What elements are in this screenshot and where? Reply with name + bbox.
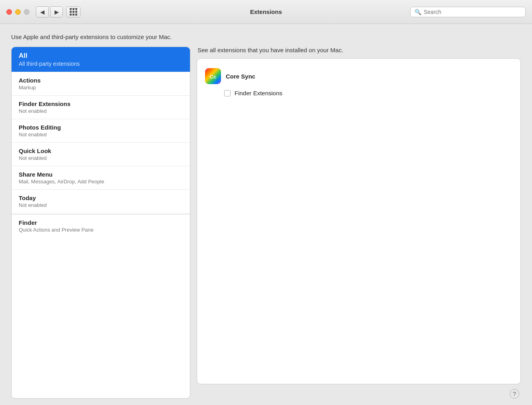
sidebar-item-photos-editing[interactable]: Photos Editing Not enabled bbox=[12, 119, 190, 143]
sidebar-item-quick-look-title: Quick Look bbox=[19, 147, 183, 154]
sidebar-item-actions-subtitle: Markup bbox=[19, 85, 183, 90]
extension-group-header: Cc Core Sync bbox=[203, 65, 514, 87]
search-bar[interactable]: 🔍 bbox=[410, 7, 526, 17]
grid-view-button[interactable] bbox=[66, 6, 80, 18]
page-description: Use Apple and third-party extensions to … bbox=[11, 33, 521, 40]
sidebar-item-finder-title: Finder bbox=[19, 219, 183, 226]
forward-icon: ▶ bbox=[55, 9, 59, 15]
core-sync-app-name: Core Sync bbox=[226, 73, 255, 80]
help-row: ? bbox=[197, 389, 521, 399]
finder-extensions-checkbox[interactable] bbox=[224, 90, 231, 96]
extension-group-core-sync: Cc Core Sync Finder Extensions bbox=[203, 65, 514, 99]
search-icon: 🔍 bbox=[415, 9, 421, 15]
sidebar-item-photos-editing-title: Photos Editing bbox=[19, 124, 183, 131]
sidebar-item-today-title: Today bbox=[19, 195, 183, 201]
svg-text:Cc: Cc bbox=[210, 74, 217, 80]
sidebar-item-all[interactable]: All All third-party extensions bbox=[12, 47, 190, 72]
sidebar-item-all-subtitle: All third-party extensions bbox=[19, 61, 183, 67]
sidebar-item-quick-look-subtitle: Not enabled bbox=[19, 155, 183, 161]
maximize-button[interactable] bbox=[24, 9, 29, 15]
sidebar-item-finder-extensions-subtitle: Not enabled bbox=[19, 108, 183, 114]
back-button[interactable]: ◀ bbox=[36, 6, 49, 18]
core-sync-app-icon: Cc bbox=[205, 68, 221, 84]
right-panel-description: See all extensions that you have install… bbox=[197, 47, 521, 53]
back-icon: ◀ bbox=[40, 9, 45, 15]
close-button[interactable] bbox=[6, 9, 12, 15]
forward-button[interactable]: ▶ bbox=[50, 6, 63, 18]
right-panel: See all extensions that you have install… bbox=[197, 47, 521, 399]
sidebar-item-all-title: All bbox=[19, 52, 183, 60]
panels: All All third-party extensions Actions M… bbox=[11, 47, 521, 399]
sidebar-item-quick-look[interactable]: Quick Look Not enabled bbox=[12, 143, 190, 166]
sidebar-item-finder-subtitle: Quick Actions and Preview Pane bbox=[19, 227, 183, 233]
sidebar-item-share-menu-subtitle: Mail, Messages, AirDrop, Add People bbox=[19, 179, 183, 185]
sidebar-item-finder-extensions[interactable]: Finder Extensions Not enabled bbox=[12, 96, 190, 119]
main-content: Use Apple and third-party extensions to … bbox=[0, 24, 532, 405]
sidebar-item-finder[interactable]: Finder Quick Actions and Preview Pane bbox=[12, 214, 190, 238]
extensions-box: Cc Core Sync Finder Extensions bbox=[197, 58, 521, 384]
sidebar: All All third-party extensions Actions M… bbox=[11, 47, 190, 399]
minimize-button[interactable] bbox=[15, 9, 21, 15]
finder-extensions-label: Finder Extensions bbox=[235, 90, 282, 96]
sidebar-item-actions-title: Actions bbox=[19, 77, 183, 84]
nav-buttons: ◀ ▶ bbox=[36, 6, 63, 18]
sidebar-item-photos-editing-subtitle: Not enabled bbox=[19, 132, 183, 138]
titlebar: ◀ ▶ Extensions 🔍 bbox=[0, 0, 532, 24]
window-controls bbox=[6, 9, 29, 15]
search-input[interactable] bbox=[424, 9, 521, 15]
sidebar-item-finder-extensions-title: Finder Extensions bbox=[19, 100, 183, 107]
grid-icon bbox=[70, 8, 77, 16]
window-title: Extensions bbox=[250, 8, 282, 15]
sidebar-item-share-menu[interactable]: Share Menu Mail, Messages, AirDrop, Add … bbox=[12, 166, 190, 190]
sidebar-item-actions[interactable]: Actions Markup bbox=[12, 72, 190, 96]
help-button[interactable]: ? bbox=[510, 389, 519, 399]
sidebar-item-today-subtitle: Not enabled bbox=[19, 202, 183, 208]
extension-item-finder-extensions: Finder Extensions bbox=[203, 87, 514, 99]
sidebar-item-today[interactable]: Today Not enabled bbox=[12, 190, 190, 213]
sidebar-item-share-menu-title: Share Menu bbox=[19, 171, 183, 178]
